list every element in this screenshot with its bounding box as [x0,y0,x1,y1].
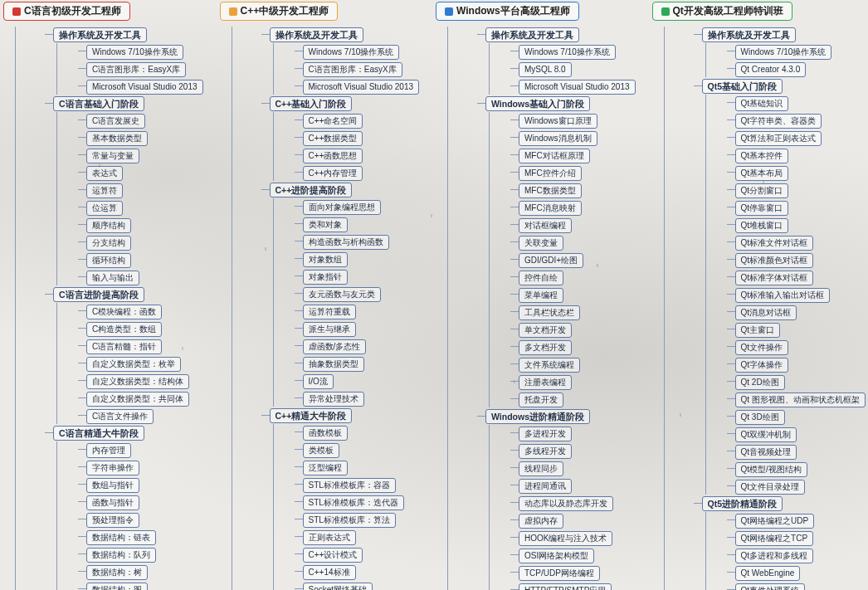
topic-node[interactable]: 友元函数与友元类 [303,287,381,302]
topic-node[interactable]: Qt基本布局 [735,166,789,181]
topic-node[interactable]: 字符串操作 [86,461,139,475]
topic-node[interactable]: 多进程开发 [519,427,572,441]
topic-node[interactable]: 预处理指令 [86,513,139,528]
topic-node[interactable]: Qt基础知识 [735,96,789,111]
topic-node[interactable]: 文件系统编程 [519,358,580,373]
topic-node[interactable]: Windows 7/10操作系统 [86,45,183,60]
topic-node[interactable]: Qt文件目录处理 [735,480,806,495]
topic-node[interactable]: Windows 7/10操作系统 [519,45,616,60]
topic-node[interactable]: I/O流 [303,374,334,389]
topic-node[interactable]: Microsoft Visual Studio 2013 [303,80,420,95]
topic-node[interactable]: Qt分割窗口 [735,183,789,198]
track-root-node[interactable]: C语言初级开发工程师 [3,2,130,21]
topic-node[interactable]: Qt标准字体对话框 [735,271,814,285]
topic-node[interactable]: Qt标准颜色对话框 [735,253,814,268]
topic-node[interactable]: Windows窗口原理 [519,114,597,129]
topic-node[interactable]: 顺序结构 [86,218,131,233]
topic-node[interactable]: C语言图形库：EasyX库 [303,62,402,77]
section-node[interactable]: Windows基础入门阶段 [485,96,590,111]
topic-node[interactable]: 自定义数据类型：枚举 [86,357,181,372]
topic-node[interactable]: C语言发展史 [86,114,145,129]
topic-node[interactable]: 输入与输出 [86,271,139,285]
topic-node[interactable]: 单文档开发 [519,323,572,338]
topic-node[interactable]: 派生与继承 [303,322,356,337]
topic-node[interactable]: MFC对话框原理 [519,149,590,163]
topic-node[interactable]: Qt 3D绘图 [735,410,785,425]
topic-node[interactable]: Qt 图形视图、动画和状态机框架 [735,393,866,407]
topic-node[interactable]: 正则表达式 [303,530,356,545]
topic-node[interactable]: 运算符 [86,183,123,198]
topic-node[interactable]: C语言精髓：指针 [86,339,162,354]
topic-node[interactable]: Microsoft Visual Studio 2013 [519,80,636,95]
topic-node[interactable]: C语言文件操作 [86,409,154,424]
topic-node[interactable]: 虚函数/多态性 [303,339,367,354]
section-node[interactable]: Windows进阶精通阶段 [485,409,590,424]
topic-node[interactable]: 工具栏状态栏 [519,305,580,320]
section-node[interactable]: C语言基础入门阶段 [53,96,144,111]
topic-node[interactable]: C++函数思想 [303,149,363,163]
topic-node[interactable]: 类和对象 [303,217,348,232]
topic-node[interactable]: Qt消息对话框 [735,305,797,320]
topic-node[interactable]: Socket网络基础 [303,583,373,590]
topic-node[interactable]: MFC控件介绍 [519,166,582,181]
topic-node[interactable]: 数组与指针 [86,478,139,493]
topic-node[interactable]: 对象数组 [303,252,348,267]
topic-node[interactable]: 自定义数据类型：结构体 [86,374,189,389]
topic-node[interactable]: MySQL 8.0 [519,62,572,77]
topic-node[interactable]: 关联变量 [519,236,563,251]
topic-node[interactable]: C构造类型：数组 [86,322,162,337]
track-root-node[interactable]: C++中级开发工程师 [220,2,339,21]
section-node[interactable]: 操作系统及开发工具 [270,27,363,42]
topic-node[interactable]: 常量与变量 [86,149,139,163]
topic-node[interactable]: C++内存管理 [303,166,363,181]
section-node[interactable]: C语言精通大牛阶段 [53,426,144,441]
section-node[interactable]: 操作系统及开发工具 [53,27,147,42]
topic-node[interactable]: Qt字符串类、容器类 [735,114,822,129]
topic-node[interactable]: Qt停靠窗口 [735,201,789,216]
topic-node[interactable]: Qt模型/视图结构 [735,462,807,477]
section-node[interactable]: 操作系统及开发工具 [485,27,579,42]
topic-node[interactable]: 抽象数据类型 [303,357,364,372]
topic-node[interactable]: Qt标准输入输出对话框 [735,288,831,303]
topic-node[interactable]: Qt Creator 4.3.0 [735,62,807,77]
topic-node[interactable]: Qt堆栈窗口 [735,218,789,233]
topic-node[interactable]: 构造函数与析构函数 [303,235,389,250]
topic-node[interactable]: 线程同步 [519,461,563,476]
topic-node[interactable]: MFC数据类型 [519,183,582,198]
topic-node[interactable]: Qt双缓冲机制 [735,427,797,442]
topic-node[interactable]: 数据结构：链表 [86,530,156,545]
topic-node[interactable]: 循环结构 [86,253,131,268]
topic-node[interactable]: STL标准模板库：迭代器 [303,495,404,510]
topic-node[interactable]: 函数模板 [303,426,348,441]
topic-node[interactable]: HOOK编程与注入技术 [519,531,612,546]
topic-node[interactable]: Qt文件操作 [735,340,789,355]
topic-node[interactable]: Qt 2D绘图 [735,375,785,390]
topic-node[interactable]: C++命名空间 [303,114,363,129]
topic-node[interactable]: 自定义数据类型：共同体 [86,392,189,407]
topic-node[interactable]: 虚拟内存 [519,514,563,529]
topic-node[interactable]: Microsoft Visual Studio 2013 [86,80,203,95]
track-root-node[interactable]: Qt开发高级工程师特训班 [652,2,792,21]
topic-node[interactable]: C语言图形库：EasyX库 [86,62,186,77]
topic-node[interactable]: 异常处理技术 [303,392,364,407]
track-root-node[interactable]: Windows平台高级工程师 [436,2,579,21]
topic-node[interactable]: STL标准模板库：容器 [303,478,396,493]
topic-node[interactable]: Qt标准文件对话框 [735,236,814,251]
topic-node[interactable]: 分支结构 [86,236,131,251]
topic-node[interactable]: Windows 7/10操作系统 [303,45,400,60]
topic-node[interactable]: 对象指针 [303,270,348,285]
topic-node[interactable]: 基本数据类型 [86,131,148,146]
topic-node[interactable]: 数据结构：树 [86,565,148,580]
section-node[interactable]: Qt5基础入门阶段 [702,79,783,94]
topic-node[interactable]: Qt基本控件 [735,149,789,163]
topic-node[interactable]: 动态库以及静态库开发 [519,496,613,511]
topic-node[interactable]: 对话框编程 [519,218,572,233]
topic-node[interactable]: Qt网络编程之TCP [735,531,814,546]
topic-node[interactable]: 多文档开发 [519,340,572,355]
topic-node[interactable]: Qt音视频处理 [735,445,797,460]
topic-node[interactable]: 数据结构：队列 [86,548,156,563]
topic-node[interactable]: C++设计模式 [303,548,363,563]
topic-node[interactable]: STL标准模板库：算法 [303,513,396,528]
topic-node[interactable]: C模块编程：函数 [86,305,162,319]
topic-node[interactable]: 泛型编程 [303,461,348,475]
